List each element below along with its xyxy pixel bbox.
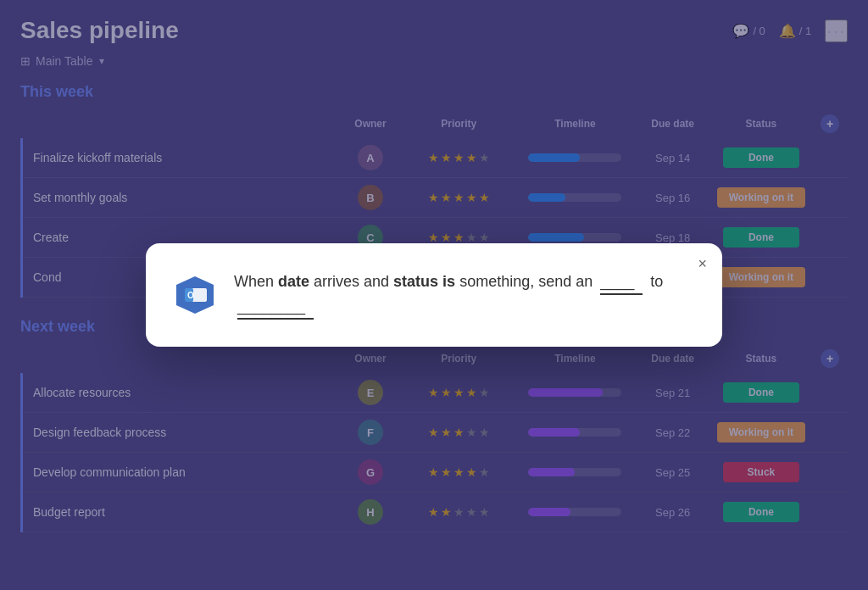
modal-close-button[interactable]: ×	[698, 255, 707, 273]
modal-blank-type[interactable]: ____	[600, 270, 643, 295]
modal-text-part4: to	[646, 273, 663, 290]
app-container: Sales pipeline 💬 / 0 🔔 / 1 ··· ⊞ Main Ta…	[0, 0, 868, 590]
modal-bold-date[interactable]: date	[278, 273, 309, 290]
outlook-icon: O	[173, 273, 217, 317]
modal-text-part2: arrives and	[309, 273, 393, 290]
modal-blank-recipient[interactable]: ________	[237, 295, 314, 320]
modal-overlay: × O When date arrives and status is some…	[0, 0, 868, 590]
modal-text: When date arrives and status is somethin…	[234, 270, 688, 320]
svg-text:O: O	[187, 291, 194, 300]
modal-text-part3: something, send an	[455, 273, 597, 290]
modal-bold-status[interactable]: status is	[393, 273, 455, 290]
automation-modal: × O When date arrives and status is some…	[146, 243, 722, 347]
modal-text-part1: When	[234, 273, 278, 290]
